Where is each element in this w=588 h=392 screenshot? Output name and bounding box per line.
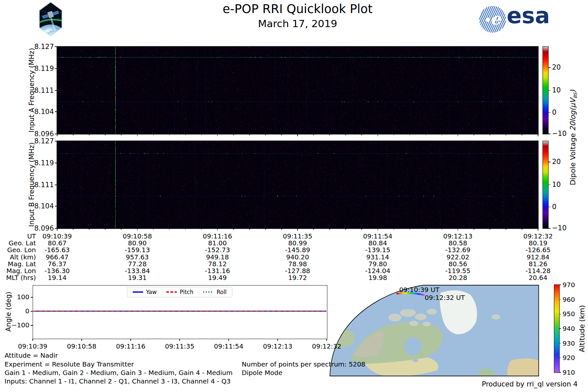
spectrogram-input-a — [57, 47, 538, 134]
time-tick-mark — [217, 229, 218, 231]
time-tick-mark — [105, 229, 106, 230]
time-tick-mark — [233, 229, 234, 230]
freq-tick-label: 8.096 — [33, 130, 54, 138]
page-subtitle: March 17, 2019 — [258, 18, 337, 29]
colorbar-tick-mark — [548, 90, 550, 91]
time-tick-mark — [345, 134, 346, 135]
ephemeris-value: 19.98 — [350, 274, 405, 282]
freq-tick-label: 8.127 — [33, 137, 54, 145]
gains-note: Gain 1 - Medium, Gain 2 - Medium, Gain 3… — [5, 369, 233, 377]
angle-xtick-label: 09:11:54 — [207, 342, 250, 350]
page-title: e-POP RRI Quicklook Plot — [223, 2, 373, 16]
freq-tick-mark — [55, 163, 57, 163]
angle-ytick-mark — [31, 297, 33, 298]
time-tick-mark — [506, 134, 506, 135]
time-tick-mark — [57, 229, 57, 231]
altitude-tick-label: 950 — [563, 310, 575, 318]
angle-xtick-label: 09:11:16 — [109, 342, 152, 350]
freq-tick-label: 8.119 — [33, 65, 54, 73]
freq-tick-label: 8.111 — [33, 87, 54, 94]
colorbar-tick-label: 0 — [552, 203, 556, 211]
altitude-tick-mark — [559, 314, 561, 315]
time-tick-mark — [249, 134, 250, 135]
time-tick-mark — [137, 134, 138, 136]
altitude-tick-mark — [559, 299, 561, 300]
altitude-tick-mark — [559, 328, 561, 329]
map-iceland — [492, 314, 500, 319]
time-tick-mark — [490, 134, 490, 135]
time-tick-mark — [137, 229, 138, 231]
time-tick-mark — [73, 229, 74, 230]
colorbar-tick-mark — [548, 134, 550, 134]
time-tick-mark — [345, 229, 346, 230]
ephemeris-value: 19.31 — [109, 274, 165, 282]
colorbar-tick-label: 10 — [552, 181, 561, 188]
map-hudson-bay — [404, 337, 421, 355]
time-tick-mark — [394, 229, 394, 230]
colorbar-tick-mark — [548, 185, 550, 185]
quicklook-figure: CASSIOPE e-POP RRI Quicklook Plot March … — [0, 0, 588, 392]
produced-by-note: Produced by rri_ql version 4 — [482, 380, 578, 388]
angle-ytick-label: 0 — [9, 307, 29, 315]
freq-tick-label: 8.127 — [33, 43, 54, 51]
time-tick-mark — [281, 134, 282, 135]
angle-xtick-label: 09:11:35 — [158, 342, 201, 350]
time-tick-mark — [329, 134, 330, 135]
time-tick-mark — [265, 229, 266, 230]
dipole-colorbar-a — [543, 47, 548, 134]
time-tick-mark — [458, 229, 458, 231]
time-tick-mark — [506, 229, 506, 230]
track-end-label: 09:12:32 UT — [425, 294, 465, 302]
time-tick-mark — [313, 134, 314, 135]
time-tick-mark — [281, 229, 282, 230]
freq-tick-label: 8.104 — [33, 202, 54, 210]
time-tick-mark — [201, 134, 202, 135]
colorbar-tick-label: 20 — [552, 158, 561, 166]
time-tick-mark — [490, 229, 490, 230]
time-tick-mark — [89, 134, 90, 135]
colorbar-tick-mark — [548, 112, 550, 113]
angle-xtick-mark — [130, 339, 131, 341]
time-tick-mark — [249, 229, 250, 230]
freq-tick-mark — [55, 90, 57, 91]
time-tick-mark — [378, 229, 378, 231]
colorbar-tick-mark — [548, 162, 550, 162]
colorbar-tick-mark — [548, 207, 550, 207]
time-tick-mark — [297, 134, 298, 136]
freq-tick-label: 8.104 — [33, 108, 54, 116]
time-tick-mark — [121, 134, 122, 135]
ephemeris-value: 19.49 — [190, 274, 245, 282]
mode-note: Dipole Mode — [242, 369, 283, 377]
time-tick-mark — [89, 229, 90, 230]
time-tick-mark — [426, 134, 426, 135]
altitude-tick-label: 930 — [563, 339, 575, 347]
altitude-tick-mark — [559, 285, 561, 285]
angle-xtick-label: 09:10:58 — [60, 342, 103, 350]
angle-xtick-label: 09:10:39 — [11, 342, 54, 350]
freq-tick-mark — [55, 141, 57, 141]
time-tick-mark — [474, 229, 474, 230]
esa-wordmark: esa — [507, 3, 550, 28]
angle-xtick-label: 09:12:32 — [305, 342, 348, 350]
freq-tick-mark — [55, 185, 57, 185]
ephemeris-value: 19.14 — [29, 274, 85, 282]
ephemeris-value: 19.72 — [270, 274, 325, 282]
colorbar-tick-label: 0 — [552, 108, 556, 116]
angle-xtick-mark — [277, 339, 278, 341]
freq-tick-mark — [55, 46, 57, 47]
time-tick-mark — [153, 134, 154, 135]
inputs-note: Inputs: Channel 1 - I1, Channel 2 - Q1, … — [5, 377, 231, 385]
altitude-tick-mark — [559, 372, 561, 373]
time-tick-mark — [153, 229, 154, 230]
angle-xtick-mark — [228, 339, 229, 341]
esa-logo-icon: e — [479, 6, 506, 33]
dipole-colorbar-b — [543, 141, 548, 228]
time-tick-mark — [474, 134, 474, 135]
cassiope-mission-patch: CASSIOPE — [39, 2, 63, 36]
altitude-tick-mark — [559, 343, 561, 344]
angle-xtick-mark — [81, 339, 82, 341]
esa-logo-dot — [486, 18, 490, 22]
freq-tick-mark — [55, 134, 57, 134]
angle-xtick-mark — [326, 339, 327, 341]
time-tick-mark — [329, 229, 330, 230]
